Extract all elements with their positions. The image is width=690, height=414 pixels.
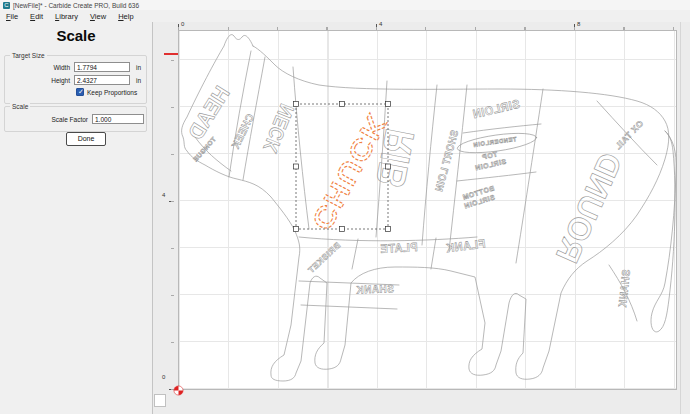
height-label: Height xyxy=(28,77,70,84)
label-plate: PLATE xyxy=(380,241,418,256)
h-ruler-label-0: 0 xyxy=(181,21,184,27)
keep-proportions-checkbox[interactable] xyxy=(76,88,84,96)
selection-handle-bottom-mid[interactable] xyxy=(340,227,345,232)
label-brisket: BRISKET xyxy=(305,240,342,275)
cow-tail-outline xyxy=(651,131,676,332)
selection-handle-top-right[interactable] xyxy=(386,102,391,107)
cow-butcher-diagram: HEAD TONGUE CHEEK NECK CHUCK RIB SHORT L… xyxy=(179,31,678,391)
target-size-legend: Target Size xyxy=(10,52,47,59)
keep-proportions-label: Keep Proportions xyxy=(87,89,137,96)
app-icon: C xyxy=(3,2,10,9)
origin-marker-icon xyxy=(173,385,184,396)
v-ruler-label-0: 0 xyxy=(162,374,165,380)
label-flank: FLANK xyxy=(445,237,486,254)
scale-legend: Scale xyxy=(10,103,30,110)
label-head: HEAD xyxy=(183,82,234,144)
app-window: C [NewFile]* - Carbide Create PRO, Build… xyxy=(0,0,690,414)
height-unit: in xyxy=(136,77,141,84)
menu-view[interactable]: View xyxy=(84,12,112,21)
width-unit: in xyxy=(136,64,141,71)
selection-handle-mid-right[interactable] xyxy=(386,164,391,169)
panel-title: Scale xyxy=(0,27,152,44)
ruler-corner-box xyxy=(154,394,166,407)
done-button[interactable]: Done xyxy=(66,132,106,146)
menu-help[interactable]: Help xyxy=(112,12,139,21)
label-rib: RIB xyxy=(367,125,424,191)
selection-handle-top-mid[interactable] xyxy=(340,102,345,107)
vertical-ruler-minor-ticks xyxy=(171,30,174,390)
label-round: ROUND xyxy=(549,147,630,269)
design-canvas[interactable]: HEAD TONGUE CHEEK NECK CHUCK RIB SHORT L… xyxy=(178,30,677,390)
scale-panel: Scale Target Size Width in Height in Kee… xyxy=(0,22,152,414)
height-input[interactable] xyxy=(74,75,130,85)
menubar: File Edit Library View Help xyxy=(0,10,690,22)
label-neck: NECK xyxy=(258,101,298,156)
label-cheek: CHEEK xyxy=(228,112,256,151)
h-ruler-label-8: 8 xyxy=(577,21,580,27)
scale-factor-label: Scale Factor xyxy=(20,116,88,123)
selection-handle-top-left[interactable] xyxy=(294,102,299,107)
menu-edit[interactable]: Edit xyxy=(24,12,49,21)
canvas-right-edge xyxy=(680,22,681,414)
window-title: [NewFile]* - Carbide Create PRO, Build 6… xyxy=(13,2,139,9)
selection-handle-bottom-left[interactable] xyxy=(294,227,299,232)
canvas-zone: 0 4 8 4 0 HEAD TONGUE CHEEK xyxy=(152,22,690,414)
v-ruler-label-4: 4 xyxy=(162,192,165,198)
selection-handle-mid-left[interactable] xyxy=(294,164,299,169)
selection-handle-bottom-right[interactable] xyxy=(386,227,391,232)
titlebar: C [NewFile]* - Carbide Create PRO, Build… xyxy=(0,0,690,10)
width-input[interactable] xyxy=(74,62,130,72)
label-sirloin: SIRLOIN xyxy=(471,97,521,120)
menu-file[interactable]: File xyxy=(0,12,24,21)
menu-library[interactable]: Library xyxy=(49,12,84,21)
scale-factor-input[interactable] xyxy=(92,114,144,124)
width-label: Width xyxy=(28,64,70,71)
h-ruler-label-4: 4 xyxy=(379,21,382,27)
label-top-sirloin-2: SIRLOIN xyxy=(474,158,507,172)
label-shank-front: SHANK xyxy=(356,282,394,296)
label-tenderloin: TENDERLOIN xyxy=(473,136,517,148)
